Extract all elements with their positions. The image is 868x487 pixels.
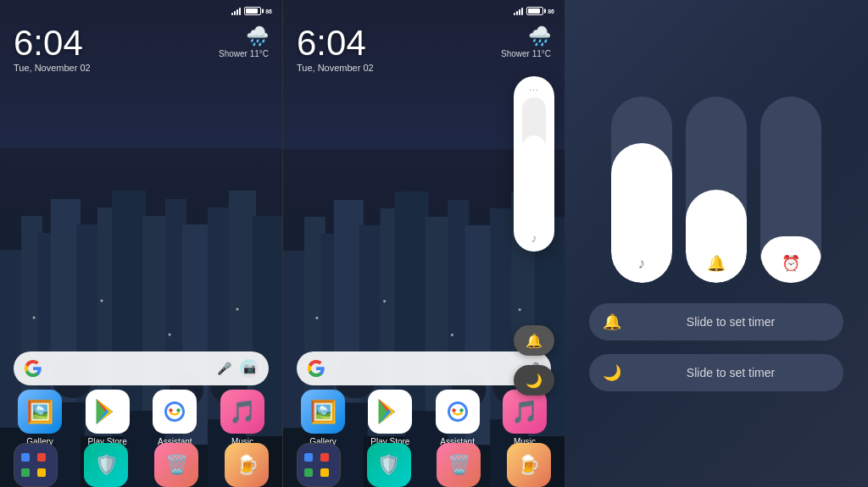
volume-music-icon: ♪ (531, 231, 537, 245)
clock-time-1: 6:04 (14, 25, 91, 61)
playstore-icon-2 (368, 390, 412, 434)
volume-slider-alarm[interactable]: ⏰ (760, 97, 821, 283)
clock-widget-2: 6:04 Tue, November 02 (297, 25, 374, 73)
bell-pill[interactable]: 🔔 (514, 325, 554, 356)
app-item-gallery-2[interactable]: 🖼️ Gallery (297, 390, 349, 446)
app-item-playstore-1[interactable]: Play Store (81, 390, 134, 446)
status-bar-1: 86 (10, 7, 272, 15)
timer-bell-label: Slide to set timer (632, 315, 830, 329)
app-item-assistant-2[interactable]: Assistant (431, 390, 484, 446)
svg-point-27 (236, 308, 239, 311)
erase-icon-2[interactable]: 🗑️ (437, 443, 481, 487)
assistant-icon-1 (153, 390, 197, 434)
battery-text-2: 86 (548, 8, 554, 14)
music-icon-2: 🎵 (503, 390, 547, 434)
battery-text-1: 86 (265, 8, 272, 14)
timer-moon-label: Slide to set timer (632, 366, 830, 379)
clock-time-2: 6:04 (297, 25, 374, 61)
beer-icon-2[interactable]: 🍺 (507, 443, 551, 487)
volume-track[interactable] (522, 97, 546, 224)
apps-grid-icon-2[interactable] (297, 443, 341, 487)
volume-panel[interactable]: ... ♪ (514, 76, 554, 252)
app-item-music-1[interactable]: 🎵 Music (216, 390, 269, 446)
signal-icon-1 (231, 7, 241, 15)
weather-widget-1: 🌧️ Shower 11°C (219, 25, 269, 58)
playstore-icon-1 (86, 390, 130, 434)
assistant-icon-2 (436, 390, 480, 434)
timer-bell-icon: 🔔 (603, 313, 621, 331)
bell-slider-icon: 🔔 (686, 254, 747, 273)
app-item-assistant-1[interactable]: Assistant (148, 390, 201, 446)
app-grid-bottom-1: 🛡️ 🗑️ 🍺 (14, 443, 269, 487)
svg-point-57 (315, 317, 318, 319)
volume-dots: ... (529, 83, 538, 92)
status-bar-2: 86 (293, 7, 554, 15)
weather-icon-1: 🌧️ (246, 25, 269, 47)
svg-point-31 (170, 408, 174, 412)
moon-pill[interactable]: 🌙 (514, 365, 554, 396)
volume-fill (522, 136, 546, 224)
security-icon-1[interactable]: 🛡️ (84, 443, 128, 487)
app-grid-1: 🖼️ Gallery Play Store (14, 390, 269, 446)
google-logo-2 (307, 359, 326, 378)
svg-point-60 (519, 308, 521, 311)
clock-date-1: Tue, November 02 (14, 63, 91, 73)
battery-icon-1 (244, 7, 261, 15)
svg-point-58 (383, 300, 386, 302)
music-slider-icon: ♪ (611, 255, 672, 273)
signal-icon-2 (514, 7, 523, 15)
gallery-icon-2: 🖼️ (301, 390, 345, 434)
gallery-icon-1: 🖼️ (18, 390, 62, 434)
volume-slider-music[interactable]: ♪ (611, 97, 672, 283)
timer-row-moon[interactable]: 🌙 Slide to set timer (589, 354, 843, 391)
security-icon-2[interactable]: 🛡️ (367, 443, 411, 487)
weather-widget-2: 🌧️ Shower 11°C (501, 25, 551, 58)
weather-info-2: Shower 11°C (501, 49, 551, 58)
search-icons-1: 🎤 📷 (214, 359, 259, 378)
microphone-icon-1[interactable]: 🎤 (214, 359, 233, 378)
music-icon-1: 🎵 (220, 390, 264, 434)
svg-point-62 (452, 408, 456, 412)
svg-point-24 (33, 317, 36, 319)
svg-point-59 (451, 334, 453, 336)
battery-icon-2 (526, 7, 543, 15)
timer-moon-icon: 🌙 (603, 363, 621, 382)
weather-info-1: Shower 11°C (219, 49, 269, 58)
phone-screen-2: 86 6:04 Tue, November 02 🌧️ Shower 11°C … (282, 0, 565, 487)
svg-point-32 (177, 408, 181, 412)
erase-icon-1[interactable]: 🗑️ (154, 443, 198, 487)
clock-date-2: Tue, November 02 (297, 63, 374, 73)
beer-icon-1[interactable]: 🍺 (225, 443, 269, 487)
app-item-playstore-2[interactable]: Play Store (364, 390, 416, 446)
svg-point-63 (459, 408, 464, 412)
search-bar-2[interactable]: 🎤 (297, 351, 551, 385)
app-grid-2: 🖼️ Gallery Play Store (297, 390, 551, 446)
clock-widget-1: 6:04 Tue, November 02 (14, 25, 91, 73)
camera-icon-1[interactable]: 📷 (240, 359, 259, 378)
app-item-gallery-1[interactable]: 🖼️ Gallery (14, 390, 66, 446)
sliders-row: ♪ 🔔 ⏰ (611, 97, 821, 283)
svg-point-26 (169, 334, 171, 336)
app-item-music-2[interactable]: 🎵 Music (498, 390, 551, 446)
volume-slider-bell[interactable]: 🔔 (686, 97, 747, 283)
control-panel: ♪ 🔔 ⏰ 🔔 Slide to set timer 🌙 Slide to se… (565, 0, 868, 487)
timer-row-bell[interactable]: 🔔 Slide to set timer (589, 303, 843, 340)
phone-screen-1: 86 6:04 Tue, November 02 🌧️ Shower 11°C … (0, 0, 282, 487)
apps-grid-icon-1[interactable] (14, 443, 58, 487)
app-grid-bottom-2: 🛡️ 🗑️ 🍺 (297, 443, 551, 487)
search-bar-1[interactable]: 🎤 📷 (14, 351, 269, 385)
svg-point-25 (101, 300, 103, 302)
alarm-slider-icon: ⏰ (760, 254, 821, 273)
weather-icon-2: 🌧️ (528, 25, 551, 47)
google-logo-1 (24, 359, 42, 378)
